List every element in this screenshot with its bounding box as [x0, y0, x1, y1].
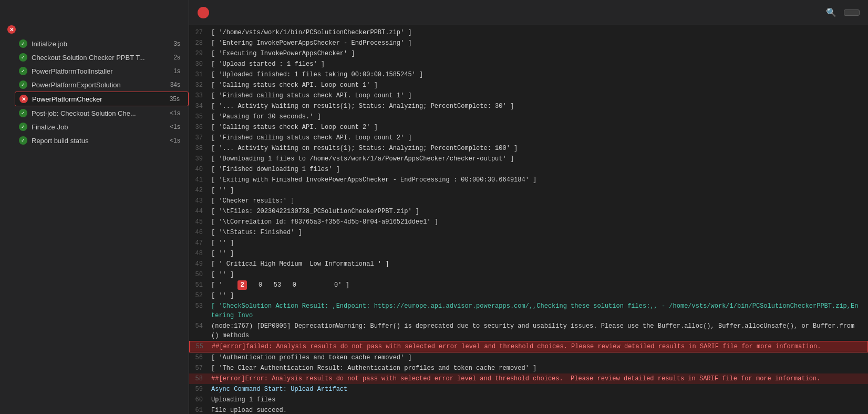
log-line: 34[ '... Activity Waiting on results(1);…: [189, 101, 868, 112]
line-number: 38: [189, 144, 211, 153]
line-text: [ 'Upload started : 1 files' ]: [211, 59, 325, 69]
step-duration: 1s: [173, 67, 180, 75]
log-line: 37[ 'Finished calling status check API. …: [189, 133, 868, 143]
job-group-header[interactable]: ✕: [0, 22, 189, 37]
log-line: 42[ '' ]: [189, 185, 868, 196]
log-line: 45[ '\tCorrelation Id: f83765a3-f356-4d5…: [189, 217, 868, 227]
log-header: 🔍: [189, 0, 868, 25]
line-text: [ '' ]: [211, 291, 234, 300]
log-line: 35[ 'Pausing for 30 seconds.' ]: [189, 112, 868, 122]
line-number: 53: [189, 301, 211, 311]
step-success-icon: ✓: [19, 123, 27, 131]
line-text: ##[error]Error: Analysis results do not …: [211, 374, 820, 383]
line-text: Uploading 1 files: [211, 395, 275, 405]
line-number: 36: [189, 123, 211, 132]
log-line: 47[ '' ]: [189, 238, 868, 248]
line-number: 55: [190, 342, 212, 351]
log-line: 38[ '... Activity Waiting on results(1);…: [189, 143, 868, 154]
line-text: [ 'Calling status check API. Loop count …: [211, 80, 378, 90]
step-success-icon: ✓: [19, 67, 27, 75]
line-number: 29: [189, 49, 211, 58]
line-number: 57: [189, 363, 211, 373]
line-number: 48: [189, 249, 211, 258]
line-text: [ 'The Clear Authentication Result: Auth…: [211, 363, 536, 373]
back-header: [0, 0, 189, 8]
job-step-5[interactable]: ✓ Post-job: Checkout Solution Che... <1s: [15, 106, 189, 120]
line-number: 61: [189, 406, 211, 414]
line-number: 28: [189, 38, 211, 48]
line-number: 43: [189, 196, 211, 206]
line-text: [ 'Authentication profiles and token cac…: [211, 353, 412, 362]
line-text: [ '\tFiles: 20230422130728_PCSolutionChe…: [211, 207, 419, 216]
step-name: PowerPlatformChecker: [32, 95, 166, 103]
log-line: 36[ 'Calling status check API. Loop coun…: [189, 122, 868, 133]
line-number: 54: [189, 321, 211, 331]
line-number: 34: [189, 102, 211, 111]
log-line: 48[ '' ]: [189, 248, 868, 259]
line-text: [ 'Finished calling status check API. Lo…: [211, 91, 412, 100]
step-error-icon: ✕: [19, 95, 28, 103]
line-text: [ 'Executing InvokePowerAppsChecker' ]: [211, 49, 355, 58]
step-duration: 35s: [170, 95, 180, 103]
line-number: 32: [189, 80, 211, 90]
step-success-icon: ✓: [19, 136, 27, 145]
line-text: (node:1767) [DEP0005] DeprecationWarning…: [211, 321, 860, 340]
log-content[interactable]: 27[ '/home/vsts/work/1/bin/PCSolutionChe…: [189, 25, 868, 414]
line-text: [ 'Finished downloading 1 files' ]: [211, 165, 340, 174]
left-panel: ✕ ✓ Initialize job 3s ✓ Checkout Solutio…: [0, 0, 189, 414]
step-success-icon: ✓: [19, 39, 27, 48]
highlight-number: 2: [237, 280, 247, 290]
line-text: [ 'Calling status check API. Loop count …: [211, 123, 378, 132]
line-text: [ 'Checker results:' ]: [211, 196, 294, 206]
line-number: 27: [189, 28, 211, 37]
line-number: 47: [189, 238, 211, 248]
log-line: 44[ '\tFiles: 20230422130728_PCSolutionC…: [189, 206, 868, 217]
job-step-1[interactable]: ✓ Checkout Solution Checker PPBT T... 2s: [15, 51, 189, 64]
job-step-4[interactable]: ✕ PowerPlatformChecker 35s: [15, 92, 189, 106]
log-line: 61File upload succeed.: [189, 405, 868, 414]
line-number: 31: [189, 70, 211, 79]
line-number: 49: [189, 259, 211, 269]
line-text: [ '/home/vsts/work/1/bin/PCSolutionCheck…: [211, 28, 412, 37]
log-line: 30[ 'Upload started : 1 files' ]: [189, 59, 868, 69]
log-line: 46[ '\tStatus: Finished' ]: [189, 227, 868, 238]
step-name: Checkout Solution Checker PPBT T...: [32, 54, 169, 62]
line-number: 45: [189, 217, 211, 227]
line-text: [ 'Entering InvokePowerAppsChecker - End…: [211, 38, 412, 48]
line-text: Async Command Start: Upload Artifact: [211, 385, 347, 394]
line-text: [ '' ]: [211, 249, 234, 258]
job-step-0[interactable]: ✓ Initialize job 3s: [15, 37, 189, 51]
job-step-2[interactable]: ✓ PowerPlatformToolInstaller 1s: [15, 64, 189, 78]
log-line: 27[ '/home/vsts/work/1/bin/PCSolutionChe…: [189, 27, 868, 38]
log-line: 49[ ' Critical High Medium Low Informati…: [189, 259, 868, 269]
job-step-3[interactable]: ✓ PowerPlatformExportSolution 34s: [15, 78, 189, 92]
log-line: 32[ 'Calling status check API. Loop coun…: [189, 80, 868, 90]
search-button[interactable]: 🔍: [824, 5, 839, 19]
step-success-icon: ✓: [19, 80, 27, 89]
line-number: 50: [189, 270, 211, 279]
log-line: 29[ 'Executing InvokePowerAppsChecker' ]: [189, 48, 868, 59]
line-number: 46: [189, 228, 211, 237]
right-panel: 🔍 27[ '/home/vsts/work/1/bin/PCSolutionC…: [189, 0, 868, 414]
line-number: 41: [189, 175, 211, 185]
line-text: [ '\tCorrelation Id: f83765a3-f356-4d5b-…: [211, 217, 438, 227]
line-number: 59: [189, 385, 211, 394]
log-line: 55##[error]failed: Analysis results do n…: [189, 341, 868, 352]
log-line: 50[ '' ]: [189, 269, 868, 280]
line-text: [ 'Downloading 1 files to /home/vsts/wor…: [211, 154, 514, 164]
line-number: 56: [189, 353, 211, 362]
log-line: 58##[error]Error: Analysis results do no…: [189, 373, 868, 384]
job-steps-list: ✓ Initialize job 3s ✓ Checkout Solution …: [0, 37, 189, 147]
line-text: ##[error]failed: Analysis results do not…: [212, 342, 821, 351]
log-line: 40[ 'Finished downloading 1 files' ]: [189, 164, 868, 175]
line-number: 60: [189, 395, 211, 405]
job-step-6[interactable]: ✓ Finalize Job <1s: [15, 120, 189, 134]
step-duration: <1s: [170, 137, 180, 144]
view-raw-button[interactable]: [844, 9, 860, 16]
line-text: File upload succeed.: [211, 406, 287, 414]
step-name: Report build status: [32, 137, 166, 145]
line-text: [ 'Uploaded finished: 1 files taking 00:…: [211, 70, 423, 79]
line-text: [ '' ]: [211, 270, 234, 279]
job-step-7[interactable]: ✓ Report build status <1s: [15, 134, 189, 147]
line-text: [ '... Activity Waiting on results(1); S…: [211, 102, 514, 111]
